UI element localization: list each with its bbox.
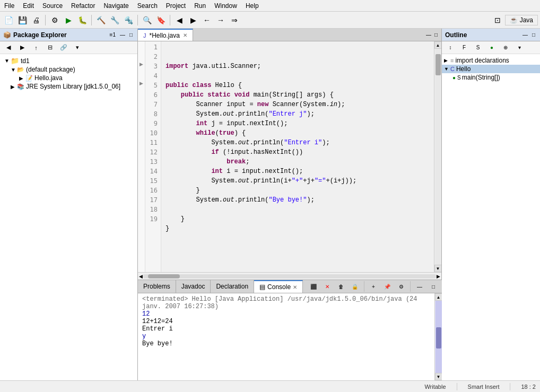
editor-minimize-btn[interactable]: — bbox=[424, 31, 433, 38]
build3-button[interactable]: 🔩 bbox=[122, 14, 135, 27]
arrow-td1[interactable]: ▼ bbox=[4, 58, 11, 64]
view-menu-btn[interactable]: ▾ bbox=[71, 41, 84, 54]
menu-project[interactable]: Project bbox=[162, 1, 190, 11]
arrow-imports[interactable]: ▶ bbox=[444, 58, 450, 63]
statusbar-sep-2 bbox=[510, 383, 510, 390]
console-vscroll-down[interactable]: ▼ bbox=[435, 373, 442, 380]
arrow-hello-class[interactable]: ▼ bbox=[444, 66, 450, 72]
run-last-button[interactable]: ⚙ bbox=[48, 14, 61, 27]
editor-tab-hello[interactable]: J *Hello.java ✕ bbox=[138, 29, 193, 41]
next-edit-btn[interactable]: ▶ bbox=[187, 14, 199, 27]
menu-refactor[interactable]: Refactor bbox=[67, 1, 99, 11]
outline-hide-fields-btn[interactable]: F bbox=[458, 41, 471, 54]
menu-source[interactable]: Source bbox=[38, 1, 67, 11]
bottom-maximize-btn[interactable]: □ bbox=[427, 280, 440, 293]
console-pin-btn[interactable]: 📌 bbox=[381, 280, 394, 293]
vscroll-up-btn[interactable]: ▲ bbox=[434, 41, 442, 49]
tab-javadoc[interactable]: Javadoc bbox=[176, 280, 211, 293]
debug-button[interactable]: 🐛 bbox=[76, 14, 89, 27]
statusbar-writable: Writable bbox=[424, 384, 446, 390]
outline-maximize-btn[interactable]: □ bbox=[530, 31, 537, 38]
back-btn[interactable]: ← bbox=[201, 14, 213, 27]
collapse-arrow-class[interactable]: ▶ bbox=[138, 62, 145, 71]
console-vscroll-up[interactable]: ▲ bbox=[435, 293, 442, 301]
console-scroll-lock-btn[interactable]: 🔒 bbox=[349, 280, 361, 293]
arrow-hello[interactable]: ▶ bbox=[19, 75, 25, 81]
hscroll-track[interactable] bbox=[143, 274, 437, 278]
editor-maximize-btn[interactable]: □ bbox=[433, 31, 439, 38]
editor-vscroll[interactable]: ▲ ▼ bbox=[434, 41, 441, 272]
run-button[interactable]: ▶ bbox=[62, 14, 75, 27]
new-button[interactable]: 📄 bbox=[2, 14, 15, 27]
console-settings-btn[interactable]: ⚙ bbox=[395, 280, 407, 293]
collapse-all-btn[interactable]: ⊟ bbox=[43, 41, 56, 54]
console-terminate-btn[interactable]: ✕ bbox=[321, 280, 334, 293]
fwd-nav-btn[interactable]: ▶ bbox=[16, 41, 29, 54]
bookmark-btn[interactable]: 🔖 bbox=[154, 14, 167, 27]
menu-navigate[interactable]: Navigate bbox=[99, 1, 133, 11]
menu-edit[interactable]: Edit bbox=[19, 1, 38, 11]
outline-hide-static-btn[interactable]: S bbox=[472, 41, 484, 54]
console-vscroll-thumb[interactable] bbox=[436, 327, 441, 349]
vscroll-track[interactable] bbox=[435, 49, 441, 265]
console-line-bye: Bye bye! bbox=[142, 340, 430, 347]
tab-declaration[interactable]: Declaration bbox=[211, 280, 254, 293]
outline-expand-btn[interactable]: ⊕ bbox=[499, 41, 512, 54]
outline-item-hello-class[interactable]: ▼ C Hello bbox=[442, 65, 540, 73]
tab-close-btn[interactable]: ✕ bbox=[183, 32, 187, 38]
outline-minimize-btn[interactable]: — bbox=[521, 31, 529, 38]
hscroll-thumb[interactable] bbox=[148, 274, 180, 278]
search-btn[interactable]: 🔍 bbox=[141, 14, 153, 27]
console-clear-btn[interactable]: 🗑 bbox=[335, 280, 347, 293]
console-vscroll[interactable]: ▲ ▼ bbox=[434, 293, 442, 380]
editor-panel: J *Hello.java ✕ — □ ▶ ▶ 1 2 bbox=[138, 29, 442, 280]
java-perspective-badge[interactable]: ☕ Java bbox=[505, 15, 538, 25]
link-btn[interactable]: 🔗 bbox=[57, 41, 70, 54]
arrow-jre[interactable]: ▶ bbox=[11, 84, 17, 90]
console-vscroll-track[interactable] bbox=[436, 301, 442, 373]
arrow-default-pkg[interactable]: ▼ bbox=[11, 67, 17, 73]
build2-button[interactable]: 🔧 bbox=[108, 14, 121, 27]
prev-edit-btn[interactable]: ◀ bbox=[173, 14, 186, 27]
menu-run[interactable]: Run bbox=[190, 1, 210, 11]
console-new-btn[interactable]: + bbox=[367, 280, 380, 293]
toolbar: 📄 💾 🖨 ⚙ ▶ 🐛 🔨 🔧 🔩 🔍 🔖 ◀ ▶ ← → ⇒ ⊡ ☕ Java bbox=[0, 12, 540, 29]
tree-item-default-package[interactable]: ▼ 📂 (default package) bbox=[0, 65, 137, 74]
save-button[interactable]: 💾 bbox=[16, 14, 29, 27]
menu-file[interactable]: File bbox=[0, 1, 19, 11]
tab-problems[interactable]: Problems bbox=[138, 280, 176, 293]
hscroll-right-btn[interactable]: ▶ bbox=[437, 274, 440, 279]
back-nav-btn[interactable]: ◀ bbox=[2, 41, 15, 54]
fwd-btn[interactable]: → bbox=[214, 14, 227, 27]
menu-help[interactable]: Help bbox=[241, 1, 263, 11]
tree-item-hello-java[interactable]: ▶ 📝 Hello.java bbox=[0, 74, 137, 82]
minimize-btn[interactable]: — bbox=[118, 31, 127, 38]
console-close-btn[interactable]: ✕ bbox=[293, 284, 297, 290]
up-btn[interactable]: ↑ bbox=[30, 41, 42, 54]
hscroll-left-btn[interactable]: ◀ bbox=[139, 274, 143, 279]
package-explorer-header: 📦 Package Explorer ≡1 — □ bbox=[0, 29, 137, 41]
bottom-minimize-btn[interactable]: — bbox=[413, 280, 426, 293]
menu-window[interactable]: Window bbox=[210, 1, 241, 11]
outline-view-menu-btn[interactable]: ▾ bbox=[513, 41, 526, 54]
code-editor[interactable]: import java.util.Scanner; public class H… bbox=[161, 41, 434, 272]
menu-search[interactable]: Search bbox=[133, 1, 162, 11]
javadoc-label: Javadoc bbox=[181, 283, 205, 290]
collapse-arrow-main[interactable]: ▶ bbox=[138, 81, 145, 90]
console-stop-btn[interactable]: ⬛ bbox=[307, 280, 320, 293]
maximize-btn[interactable]: □ bbox=[128, 31, 134, 38]
build-button[interactable]: 🔨 bbox=[94, 14, 107, 27]
tree-item-td1[interactable]: ▼ 📁 td1 bbox=[0, 56, 137, 65]
last-btn[interactable]: ⇒ bbox=[228, 14, 241, 27]
outline-sort-btn[interactable]: ↕ bbox=[444, 41, 457, 54]
editor-hscroll[interactable]: ◀ ▶ bbox=[138, 272, 441, 280]
perspective-btn[interactable]: ⊡ bbox=[491, 14, 504, 27]
tab-console[interactable]: ▤ Console ✕ bbox=[254, 280, 303, 293]
vscroll-down-btn[interactable]: ▼ bbox=[434, 265, 442, 272]
outline-item-imports[interactable]: ▶ ≡ import declarations bbox=[442, 56, 540, 65]
outline-item-main[interactable]: ● S main(String[]) bbox=[442, 73, 540, 82]
tree-item-jre[interactable]: ▶ 📚 JRE System Library [jdk1.5.0_06] bbox=[0, 82, 137, 91]
print-button[interactable]: 🖨 bbox=[30, 14, 42, 27]
vscroll-thumb[interactable] bbox=[436, 54, 441, 75]
outline-sync-btn[interactable]: ● bbox=[485, 41, 498, 54]
